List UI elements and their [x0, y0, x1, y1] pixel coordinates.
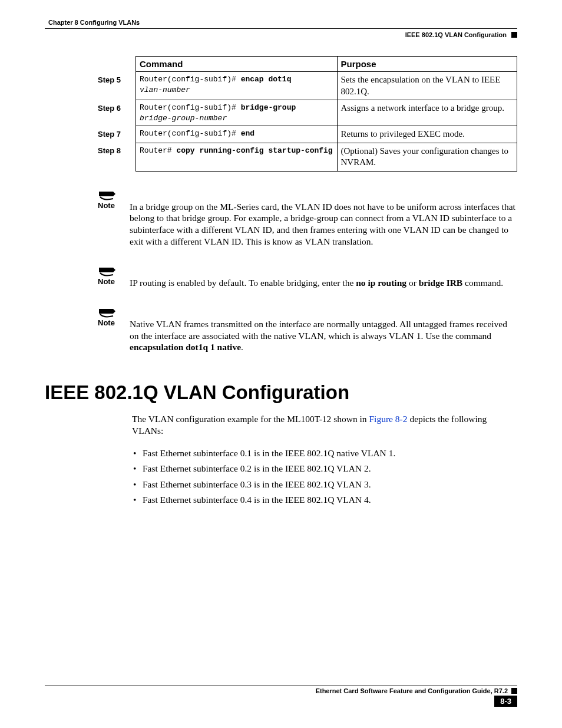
list-item: Fast Ethernet subinterface 0.2 is in the…: [132, 461, 517, 476]
page-footer: Ethernet Card Software Feature and Confi…: [45, 686, 517, 707]
table-row: Step 8 Router# copy running-config start…: [98, 143, 517, 171]
pen-icon: [98, 189, 118, 202]
header-marker-icon: [511, 32, 517, 38]
note-label: Note: [98, 318, 130, 327]
note-icon-col: Note: [98, 189, 130, 210]
table-header-step: [98, 57, 136, 72]
pen-icon: [98, 265, 118, 278]
table-header-purpose: Purpose: [337, 57, 517, 72]
purpose-cell: Returns to privileged EXEC mode.: [337, 126, 517, 143]
table-row: Step 7 Router(config-subif)# end Returns…: [98, 126, 517, 143]
list-item: Fast Ethernet subinterface 0.4 is in the…: [132, 492, 517, 508]
purpose-cell: Sets the encapsulation on the VLAN to IE…: [337, 72, 517, 100]
command-table: Command Purpose Step 5 Router(config-sub…: [98, 56, 517, 172]
note-block: Note Native VLAN frames transmitted on t…: [98, 307, 517, 353]
chapter-title: Chapter 8 Configuring VLANs: [48, 19, 140, 26]
page-subheader: IEEE 802.1Q VLAN Configuration: [45, 31, 517, 38]
command-table-wrap: Command Purpose Step 5 Router(config-sub…: [98, 56, 517, 172]
note-label: Note: [98, 201, 130, 210]
table-header-command: Command: [136, 57, 338, 72]
vlan-bullet-list: Fast Ethernet subinterface 0.1 is in the…: [132, 446, 517, 508]
pen-icon: [98, 307, 118, 319]
step-label: Step 5: [98, 72, 136, 100]
command-cell: Router(config-subif)# end: [136, 126, 338, 143]
note-text: Native VLAN frames transmitted on the in…: [130, 307, 517, 353]
footer-rule: [45, 686, 517, 686]
section-heading: IEEE 802.1Q VLAN Configuration: [45, 381, 517, 404]
list-item: Fast Ethernet subinterface 0.3 is in the…: [132, 477, 517, 492]
footer-title: Ethernet Card Software Feature and Confi…: [45, 687, 508, 694]
command-cell: Router# copy running-config startup-conf…: [136, 143, 338, 171]
page-header: Chapter 8 Configuring VLANs: [45, 17, 517, 29]
note-label: Note: [98, 277, 130, 286]
command-cell: Router(config-subif)# encap dot1qvlan-nu…: [136, 72, 338, 100]
footer-marker-icon: [511, 688, 517, 694]
figure-xref-link[interactable]: Figure 8-2: [369, 414, 408, 424]
step-label: Step 8: [98, 143, 136, 171]
purpose-cell: (Optional) Saves your configuration chan…: [337, 143, 517, 171]
step-label: Step 6: [98, 100, 136, 126]
note-block: Note In a bridge group on the ML-Series …: [98, 189, 517, 248]
note-icon-col: Note: [98, 307, 130, 327]
note-text: IP routing is enabled by default. To ena…: [130, 265, 517, 289]
table-row: Step 5 Router(config-subif)# encap dot1q…: [98, 72, 517, 100]
step-label: Step 7: [98, 126, 136, 143]
purpose-cell: Assigns a network interface to a bridge …: [337, 100, 517, 126]
section-body: The VLAN configuration example for the M…: [132, 413, 517, 508]
section-breadcrumb: IEEE 802.1Q VLAN Configuration: [405, 31, 507, 38]
note-block: Note IP routing is enabled by default. T…: [98, 265, 517, 289]
note-text: In a bridge group on the ML-Series card,…: [130, 189, 517, 248]
command-cell: Router(config-subif)# bridge-groupbridge…: [136, 100, 338, 126]
table-row: Step 6 Router(config-subif)# bridge-grou…: [98, 100, 517, 126]
intro-paragraph: The VLAN configuration example for the M…: [132, 413, 517, 437]
list-item: Fast Ethernet subinterface 0.1 is in the…: [132, 446, 517, 461]
note-icon-col: Note: [98, 265, 130, 286]
page-number: 8-3: [494, 696, 517, 707]
